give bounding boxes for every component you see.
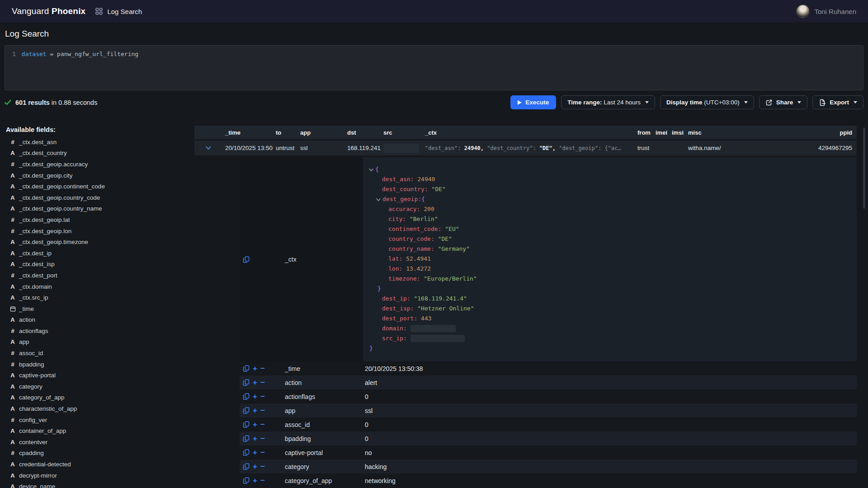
query-text: = panw_ngfw_url_filtering: [47, 51, 139, 57]
json-line: dest_geoip:{: [368, 194, 850, 204]
copy-icon[interactable]: [243, 365, 250, 372]
json-line: domain:: [368, 324, 850, 333]
detail-row-app[interactable]: +−appssl: [240, 404, 857, 418]
field-item-_ctx.dest_port[interactable]: #_ctx.dest_port: [6, 270, 189, 281]
add-filter-icon[interactable]: +: [253, 407, 257, 414]
exclude-filter-icon[interactable]: −: [260, 379, 265, 386]
share-dropdown[interactable]: Share: [759, 95, 808, 109]
field-item-category_of_app[interactable]: Acategory_of_app: [6, 392, 189, 404]
detail-actions: +−: [240, 463, 282, 470]
add-filter-icon[interactable]: +: [253, 435, 257, 442]
row-expander[interactable]: [194, 145, 222, 150]
field-item-_ctx.src_ip[interactable]: A_ctx.src_ip: [6, 292, 189, 303]
copy-icon[interactable]: [243, 477, 250, 484]
copy-icon[interactable]: [243, 407, 250, 414]
exclude-filter-icon[interactable]: −: [260, 393, 265, 400]
field-item-container_of_app[interactable]: Acontainer_of_app: [6, 425, 189, 436]
vertical-scrollbar[interactable]: [863, 127, 865, 209]
copy-icon[interactable]: [243, 393, 250, 400]
detail-field-name: _time: [282, 365, 363, 372]
field-item-captive-portal[interactable]: Acaptive-portal: [6, 370, 189, 381]
add-filter-icon[interactable]: +: [253, 365, 257, 372]
detail-row-assoc_id[interactable]: +−assoc_id0: [240, 418, 857, 432]
json-line: dest_ip: "168.119.241.4": [368, 294, 850, 304]
field-item-_ctx.domain[interactable]: A_ctx.domain: [6, 281, 189, 292]
json-line: }: [368, 284, 850, 294]
apps-grid-icon[interactable]: [95, 8, 103, 15]
add-filter-icon[interactable]: +: [253, 379, 257, 386]
field-item-_ctx.dest_geoip.city[interactable]: A_ctx.dest_geoip.city: [6, 170, 189, 181]
field-item-decrypt-mirror[interactable]: Adecrypt-mirror: [6, 470, 189, 481]
field-item-assoc_id[interactable]: #assoc_id: [6, 347, 189, 359]
add-filter-icon[interactable]: +: [253, 449, 257, 456]
exclude-filter-icon[interactable]: −: [260, 365, 265, 372]
field-item-cpadding[interactable]: #cpadding: [6, 448, 189, 459]
detail-row-action[interactable]: +−actionalert: [240, 375, 857, 389]
app-logo[interactable]: Vanguard Phoenix: [12, 6, 85, 16]
field-item-_ctx.dest_asn[interactable]: #_ctx.dest_asn: [6, 136, 189, 148]
field-item-_ctx.dest_isp[interactable]: A_ctx.dest_isp: [6, 259, 189, 270]
detail-row-category[interactable]: +−categoryhacking: [240, 460, 857, 474]
json-collapse-icon[interactable]: [376, 197, 382, 202]
copy-icon[interactable]: [243, 421, 250, 428]
copy-icon[interactable]: [243, 463, 250, 470]
exclude-filter-icon[interactable]: −: [260, 463, 265, 470]
copy-icon[interactable]: [243, 379, 250, 386]
exclude-filter-icon[interactable]: −: [260, 435, 265, 442]
field-item-_ctx.dest_geoip.country_name[interactable]: A_ctx.dest_geoip.country_name: [6, 203, 189, 215]
field-item-actionflags[interactable]: #actionflags: [6, 325, 189, 337]
time-range-dropdown[interactable]: Time range: Last 24 hours: [561, 95, 655, 109]
detail-actions: +−: [240, 407, 282, 414]
nav-item-log-search[interactable]: Log Search: [107, 8, 142, 15]
field-name: actionflags: [19, 328, 48, 334]
redacted-value: [410, 335, 465, 342]
field-item-_ctx.dest_geoip.accuracy[interactable]: #_ctx.dest_geoip.accuracy: [6, 159, 189, 170]
add-filter-icon[interactable]: +: [253, 393, 257, 400]
field-item-characteristic_of_app[interactable]: Acharacteristic_of_app: [6, 403, 189, 414]
field-item-app[interactable]: Aapp: [6, 337, 189, 348]
field-item-credential-detected[interactable]: Acredential-detected: [6, 459, 189, 470]
user-menu[interactable]: Toni Ruhanen: [796, 5, 856, 18]
chevron-down-icon: [744, 101, 748, 103]
export-dropdown[interactable]: Export: [812, 95, 863, 109]
copy-icon[interactable]: [243, 435, 250, 442]
add-filter-icon[interactable]: +: [253, 477, 257, 484]
copy-icon[interactable]: [243, 256, 250, 263]
field-item-config_ver[interactable]: #config_ver: [6, 414, 189, 426]
field-item-_ctx.dest_geoip.timezone[interactable]: A_ctx.dest_geoip.timezone: [6, 236, 189, 248]
field-item-_time[interactable]: _time: [6, 303, 189, 314]
field-item-action[interactable]: Aaction: [6, 314, 189, 326]
query-editor[interactable]: 1dataset = panw_ngfw_url_filtering: [5, 45, 863, 90]
json-line: dest_port: 443: [368, 314, 850, 324]
copy-icon[interactable]: [243, 449, 250, 456]
exclude-filter-icon[interactable]: −: [260, 407, 265, 414]
field-item-device_name[interactable]: Adevice_name: [6, 481, 189, 488]
display-time-dropdown[interactable]: Display time (UTC+03:00): [660, 95, 754, 109]
detail-row-actionflags[interactable]: +−actionflags0: [240, 389, 857, 404]
field-item-_ctx.dest_geoip.country_code[interactable]: A_ctx.dest_geoip.country_code: [6, 192, 189, 203]
detail-actions: +−: [240, 393, 282, 400]
detail-row-captive-portal[interactable]: +−captive-portalno: [240, 446, 857, 460]
detail-row-bpadding[interactable]: +−bpadding0: [240, 432, 857, 446]
field-item-contentver[interactable]: Acontentver: [6, 436, 189, 448]
detail-row-category_of_app[interactable]: +−category_of_appnetworking: [240, 474, 857, 488]
user-avatar[interactable]: [796, 5, 810, 18]
exclude-filter-icon[interactable]: −: [260, 421, 265, 428]
add-filter-icon[interactable]: +: [253, 421, 257, 428]
detail-row-_time[interactable]: +−_time20/10/2025 13:50:38: [240, 361, 857, 375]
field-item-_ctx.dest_geoip.lat[interactable]: #_ctx.dest_geoip.lat: [6, 214, 189, 225]
field-item-category[interactable]: Acategory: [6, 381, 189, 392]
json-line: continent_code: "EU": [368, 224, 850, 234]
field-item-_ctx.dest_geoip.lon[interactable]: #_ctx.dest_geoip.lon: [6, 225, 189, 237]
log-row[interactable]: 20/10/2025 13:50:38untrustssl168.119.241…: [194, 141, 857, 155]
field-item-_ctx.dest_geoip.continent_code[interactable]: A_ctx.dest_geoip.continent_code: [6, 181, 189, 192]
field-item-bpadding[interactable]: #bpadding: [6, 359, 189, 370]
exclude-filter-icon[interactable]: −: [260, 477, 265, 484]
json-collapse-icon[interactable]: [368, 168, 375, 172]
add-filter-icon[interactable]: +: [253, 463, 257, 470]
exclude-filter-icon[interactable]: −: [260, 449, 265, 456]
field-name: config_ver: [19, 417, 47, 423]
execute-button[interactable]: Execute: [510, 95, 556, 109]
field-item-_ctx.dest_country[interactable]: A_ctx.dest_country: [6, 148, 189, 159]
field-item-_ctx.dest_ip[interactable]: A_ctx.dest_ip: [6, 248, 189, 259]
